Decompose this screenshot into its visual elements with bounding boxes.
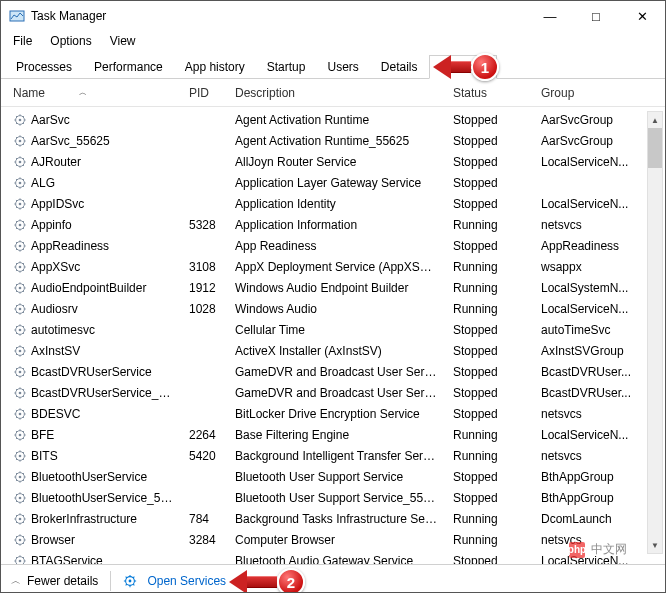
service-row[interactable]: BluetoothUserServiceBluetooth User Suppo…: [5, 466, 661, 487]
service-row[interactable]: ALGApplication Layer Gateway ServiceStop…: [5, 172, 661, 193]
service-icon: [13, 407, 27, 421]
cell-status: Stopped: [445, 491, 533, 505]
tab-performance[interactable]: Performance: [83, 55, 174, 79]
vertical-scrollbar[interactable]: ▲ ▼: [647, 111, 663, 554]
tab-users[interactable]: Users: [316, 55, 369, 79]
chevron-up-icon: ︿: [11, 574, 21, 588]
service-row[interactable]: Audiosrv1028Windows AudioRunningLocalSer…: [5, 298, 661, 319]
cell-status: Stopped: [445, 344, 533, 358]
cell-description: AppX Deployment Service (AppXSVC): [227, 260, 445, 274]
svg-line-239: [126, 584, 127, 585]
cell-name: AarSvc_55625: [5, 134, 181, 148]
header-group[interactable]: Group: [533, 86, 661, 100]
service-row[interactable]: BFE2264Base Filtering EngineRunningLocal…: [5, 424, 661, 445]
cell-name: BFE: [5, 428, 181, 442]
service-icon: [13, 428, 27, 442]
service-row[interactable]: AJRouterAllJoyn Router ServiceStoppedLoc…: [5, 151, 661, 172]
service-row[interactable]: Appinfo5328Application InformationRunnin…: [5, 214, 661, 235]
cell-group: LocalServiceN...: [533, 197, 661, 211]
tab-processes[interactable]: Processes: [5, 55, 83, 79]
tab-startup[interactable]: Startup: [256, 55, 317, 79]
tab-details[interactable]: Details: [370, 55, 429, 79]
svg-line-27: [16, 157, 17, 158]
service-icon: [13, 281, 27, 295]
cell-name: AarSvc: [5, 113, 181, 127]
svg-line-119: [16, 354, 17, 355]
services-list[interactable]: AarSvcAgent Activation RuntimeStoppedAar…: [1, 107, 665, 564]
svg-point-122: [19, 370, 22, 373]
header-description[interactable]: Description: [227, 86, 445, 100]
header-name-label: Name: [13, 86, 45, 100]
svg-point-142: [19, 412, 22, 415]
cell-name: BcastDVRUserService_55625: [5, 386, 181, 400]
menu-bar: File Options View: [1, 31, 665, 51]
tab-strip: Processes Performance App history Startu…: [1, 51, 665, 79]
scrollbar-thumb[interactable]: [648, 128, 662, 168]
svg-line-199: [16, 522, 17, 523]
svg-line-209: [16, 543, 17, 544]
service-icon: [13, 302, 27, 316]
cell-group: netsvcs: [533, 407, 661, 421]
tab-services[interactable]: Services: [429, 55, 497, 79]
cell-description: Background Tasks Infrastructure Serv...: [227, 512, 445, 526]
header-pid[interactable]: PID: [181, 86, 227, 100]
header-status[interactable]: Status: [445, 86, 533, 100]
cell-status: Stopped: [445, 197, 533, 211]
svg-line-100: [23, 304, 24, 305]
svg-line-110: [23, 325, 24, 326]
svg-line-57: [16, 220, 17, 221]
service-row[interactable]: BITS5420Background Intelligent Transfer …: [5, 445, 661, 466]
cell-name: AppXSvc: [5, 260, 181, 274]
close-button[interactable]: ✕: [619, 1, 665, 31]
scroll-up-button[interactable]: ▲: [648, 112, 662, 128]
service-row[interactable]: BluetoothUserService_55625Bluetooth User…: [5, 487, 661, 508]
service-row[interactable]: AppReadinessApp ReadinessStoppedAppReadi…: [5, 235, 661, 256]
cell-description: BitLocker Drive Encryption Service: [227, 407, 445, 421]
cell-name: AppIDSvc: [5, 197, 181, 211]
service-row[interactable]: BrokerInfrastructure784Background Tasks …: [5, 508, 661, 529]
footer-divider: [110, 571, 111, 591]
open-services-link[interactable]: Open Services: [123, 574, 226, 588]
cell-name: BDESVC: [5, 407, 181, 421]
scrollbar-track[interactable]: [648, 168, 662, 537]
service-row[interactable]: AarSvc_55625Agent Activation Runtime_556…: [5, 130, 661, 151]
service-row[interactable]: BcastDVRUserServiceGameDVR and Broadcast…: [5, 361, 661, 382]
svg-point-182: [19, 496, 22, 499]
cell-description: Computer Browser: [227, 533, 445, 547]
service-icon: [13, 197, 27, 211]
service-row[interactable]: BcastDVRUserService_55625GameDVR and Bro…: [5, 382, 661, 403]
svg-line-97: [16, 304, 17, 305]
service-row[interactable]: AudioEndpointBuilder1912Windows Audio En…: [5, 277, 661, 298]
svg-line-138: [23, 396, 24, 397]
service-row[interactable]: BTAGServiceBluetooth Audio Gateway Servi…: [5, 550, 661, 564]
service-row[interactable]: AarSvcAgent Activation RuntimeStoppedAar…: [5, 109, 661, 130]
cell-description: ActiveX Installer (AxInstSV): [227, 344, 445, 358]
svg-line-38: [23, 186, 24, 187]
menu-file[interactable]: File: [5, 32, 40, 50]
cell-pid: 3108: [181, 260, 227, 274]
cell-group: LocalServiceN...: [533, 155, 661, 169]
service-row[interactable]: autotimesvcCellular TimeStoppedautoTimeS…: [5, 319, 661, 340]
cell-name: AppReadiness: [5, 239, 181, 253]
header-name[interactable]: Name ︿: [5, 86, 181, 100]
svg-line-117: [16, 346, 17, 347]
cell-description: Bluetooth User Support Service_55625: [227, 491, 445, 505]
service-row[interactable]: Browser3284Computer BrowserRunningnetsvc…: [5, 529, 661, 550]
scroll-down-button[interactable]: ▼: [648, 537, 662, 553]
service-row[interactable]: AppIDSvcApplication IdentityStoppedLocal…: [5, 193, 661, 214]
cell-status: Stopped: [445, 554, 533, 565]
cell-group: AxInstSVGroup: [533, 344, 661, 358]
service-row[interactable]: AxInstSVActiveX Installer (AxInstSV)Stop…: [5, 340, 661, 361]
tab-app-history[interactable]: App history: [174, 55, 256, 79]
service-row[interactable]: BDESVCBitLocker Drive Encryption Service…: [5, 403, 661, 424]
menu-view[interactable]: View: [102, 32, 144, 50]
svg-line-37: [16, 178, 17, 179]
minimize-button[interactable]: —: [527, 1, 573, 31]
svg-line-238: [134, 584, 135, 585]
svg-line-208: [23, 543, 24, 544]
fewer-details-button[interactable]: ︿ Fewer details: [11, 574, 98, 588]
menu-options[interactable]: Options: [42, 32, 99, 50]
svg-line-129: [16, 375, 17, 376]
maximize-button[interactable]: □: [573, 1, 619, 31]
service-row[interactable]: AppXSvc3108AppX Deployment Service (AppX…: [5, 256, 661, 277]
